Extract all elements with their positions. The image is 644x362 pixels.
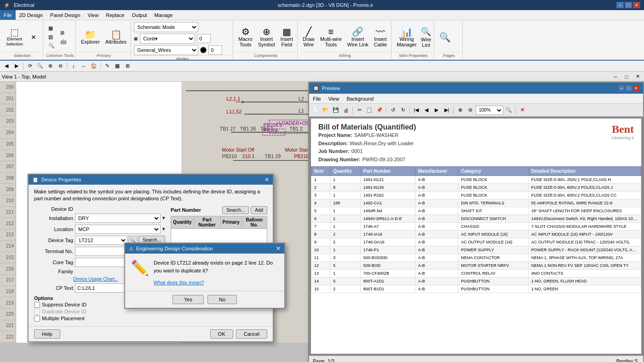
explorer-button[interactable]: 📁 Explorer [79, 28, 102, 46]
menu-panel-design[interactable]: Panel Design [46, 10, 84, 20]
toolbar-btn-12[interactable]: ⊞ [123, 62, 132, 70]
close-button[interactable]: ✕ [633, 2, 640, 8]
view-close[interactable]: ✕ [633, 73, 642, 81]
general-wires-select[interactable]: General_Wires [134, 45, 198, 55]
multi-wire-button[interactable]: ≡ Multi-wireTools [318, 26, 344, 49]
multiple-placement-checkbox[interactable] [34, 316, 40, 322]
device-props-close[interactable]: ✕ [264, 176, 269, 183]
wiring-manager-button[interactable]: 📊 WiringManager [394, 26, 419, 49]
help-button[interactable]: Help [34, 329, 60, 339]
no-button[interactable]: No [207, 295, 237, 304]
pt-17[interactable]: ✕ [518, 106, 527, 114]
attributes-label: Attributes [105, 39, 126, 45]
toolbar-btn-9[interactable]: 🏠 [89, 62, 98, 70]
part-add-button[interactable]: Add [251, 206, 267, 214]
pt-8[interactable]: ↺ [388, 106, 397, 114]
macro-tools-button[interactable]: ⚙ MacroTools [236, 26, 255, 49]
insert-cable-button[interactable]: 〰 InsertCable [372, 26, 390, 49]
line-num-211: 211 [0, 207, 16, 218]
cancel-selection-button[interactable]: ✕ [26, 32, 41, 42]
pt-5[interactable]: ✂ [355, 106, 364, 114]
preview-menu-file[interactable]: File [309, 94, 325, 103]
common-btn-5[interactable]: 🤖 [58, 38, 69, 45]
pt-13[interactable]: ▶| [442, 106, 451, 114]
pt-15[interactable]: ⊖ [466, 106, 475, 114]
part-search-button[interactable]: Search... [222, 206, 249, 214]
toolbar-btn-10[interactable]: ✎ [103, 62, 112, 70]
draw-wire-button[interactable]: ╱ DrawWire [300, 26, 317, 49]
toolbar-btn-3[interactable]: ⟳ [25, 62, 34, 70]
conti-select[interactable]: Conti▾ [140, 34, 195, 44]
cancel-button[interactable]: Cancel [236, 329, 267, 339]
pages-zoom-button[interactable]: 🔍 [437, 31, 453, 43]
maximize-button[interactable]: □ [625, 2, 632, 8]
yes-button[interactable]: Yes [172, 295, 204, 304]
minimize-button[interactable]: − [616, 2, 624, 8]
location-select[interactable]: MCP [75, 225, 161, 234]
engineering-close[interactable]: ✕ [276, 245, 281, 252]
zoom-select[interactable]: 100% [476, 106, 503, 115]
pt-3[interactable]: 💾 [331, 106, 340, 114]
pt-11[interactable]: ◀ [422, 106, 431, 114]
pt-4[interactable]: 🖨 [341, 106, 351, 114]
insert-symbol-button[interactable]: ⊕ InsertSymbol [256, 26, 277, 49]
toolbar-btn-6[interactable]: ⊖ [56, 62, 65, 70]
element-selection-button[interactable]: ⬚ ElementSelection [4, 26, 25, 48]
preview-minimize[interactable]: ─ [618, 85, 625, 91]
usage-chart-link[interactable]: Device Usage Chart... [73, 277, 118, 282]
pt-6[interactable]: 📋 [365, 106, 374, 114]
insert-field-button[interactable]: ▦ InsertField [278, 26, 296, 49]
view-maximize[interactable]: □ [622, 73, 631, 81]
ribbon-group-modes: Schematic Mode ▦ Conti▾ General_Wires [132, 21, 233, 59]
toolbar-btn-5[interactable]: ⊕ [46, 62, 55, 70]
common-btn-4[interactable]: ⊞ [58, 29, 69, 37]
pt-16[interactable]: 🔍 [504, 106, 513, 114]
ok-button[interactable]: OK [210, 329, 233, 339]
pt-1[interactable]: 📄 [311, 106, 320, 114]
menu-view[interactable]: View [84, 10, 103, 20]
bom-project-label: Project Name: [318, 131, 352, 140]
pt-14[interactable]: ⊕ [455, 106, 465, 114]
pt-10[interactable]: |◀ [412, 106, 421, 114]
bom-row: 15 2 800T-B1D1 A-B PUSHBUTTON 1-NO, GREE… [311, 285, 641, 293]
element-selection-label: ElementSelection [6, 37, 23, 47]
device-tag-select[interactable]: LT212 [75, 236, 127, 245]
bom-cell-item: 6 [311, 215, 330, 223]
pt-7[interactable]: 📌 [375, 106, 384, 114]
preview-menu-background[interactable]: Background [343, 94, 377, 103]
attributes-button[interactable]: 📋 Attributes [103, 28, 129, 46]
wire-value[interactable] [208, 45, 222, 55]
preview-menu-view[interactable]: View [325, 94, 343, 103]
insert-wire-link-button[interactable]: 🔗 InsertWire Link [345, 26, 371, 49]
wire-lint-button[interactable]: 🔍 WireLint [420, 26, 432, 49]
menu-2d-design[interactable]: 2D Design [16, 10, 46, 20]
pt-2[interactable]: 📂 [321, 106, 330, 114]
common-btn-3[interactable]: 🔍 [46, 42, 57, 50]
preview-close[interactable]: ✕ [633, 85, 639, 91]
what-does-mean-link[interactable]: What does this mean? [154, 280, 204, 285]
bom-cell-cat: PUSHBUTTON [458, 285, 528, 293]
common-btn-1[interactable]: ▦ [46, 24, 57, 32]
suppress-device-id-checkbox[interactable] [34, 302, 40, 308]
toolbar-btn-2[interactable]: ▶ [12, 62, 21, 70]
menu-file[interactable]: File [0, 10, 16, 20]
toolbar-btn-4[interactable]: 🔍 [35, 62, 45, 70]
menu-output[interactable]: Output [128, 10, 151, 20]
toolbar-btn-7[interactable]: ↕ [69, 62, 78, 70]
conti-value[interactable] [197, 34, 211, 43]
common-btn-2[interactable]: ▧ [46, 33, 57, 41]
toolbar-btn-11[interactable]: ▦ [113, 62, 122, 70]
menu-replace[interactable]: Replace [102, 10, 128, 20]
toolbar-btn-1[interactable]: ◀ [2, 62, 11, 70]
menu-manage[interactable]: Manage [151, 10, 177, 20]
installation-select[interactable]: DRY [75, 214, 161, 223]
bom-table-container[interactable]: Item Quantity Part Number Manufacturer C… [311, 166, 641, 354]
duplicate-device-id-checkbox[interactable] [34, 309, 40, 315]
toolbar-btn-8[interactable]: ↔ [79, 62, 88, 70]
view-minimize[interactable]: ─ [611, 73, 620, 81]
pt-12[interactable]: ▶ [432, 106, 441, 114]
schematic-mode-select[interactable]: Schematic Mode [134, 22, 198, 32]
pt-sep-5 [515, 107, 516, 114]
pt-9[interactable]: ↻ [398, 106, 408, 114]
preview-restore[interactable]: □ [626, 85, 632, 91]
